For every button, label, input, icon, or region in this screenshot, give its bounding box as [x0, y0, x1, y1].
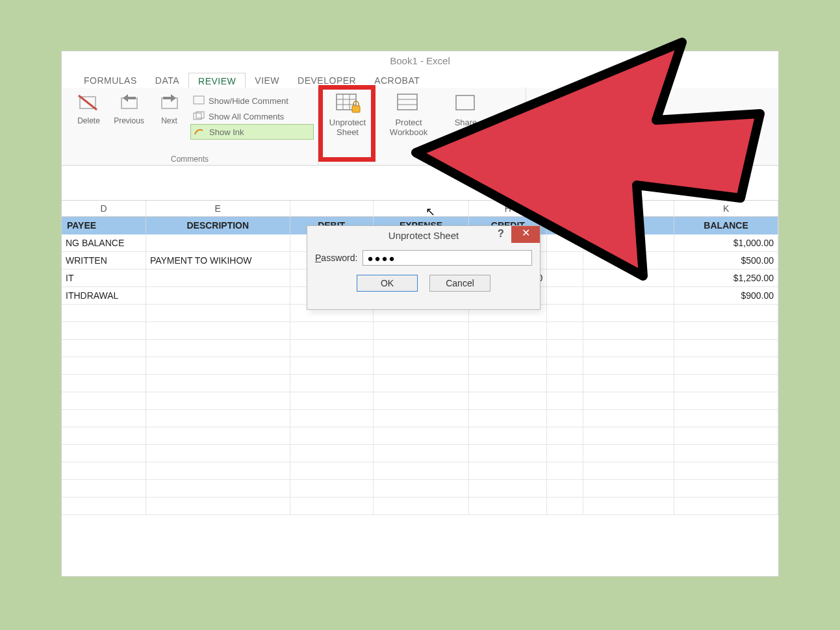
- svg-rect-13: [398, 94, 417, 110]
- ribbon-tabs: FORMULAS DATA REVIEW VIEW DEVELOPER ACRO…: [62, 69, 778, 88]
- svg-rect-3: [162, 98, 177, 108]
- protect-wb-l1: Protect: [395, 118, 422, 127]
- delete-comment-button[interactable]: Delete: [71, 93, 107, 125]
- group-protect: Unprotect Sheet Protect Workbook Share W: [318, 88, 526, 166]
- previous-comment-button[interactable]: Previous: [111, 93, 147, 125]
- workbook-icon: [395, 92, 422, 115]
- ink-icon: [194, 127, 205, 137]
- svg-rect-16: [456, 95, 474, 110]
- unprotect-sheet-dialog: ? ✕ Unprotect Sheet Password: OK Cancel: [307, 225, 541, 310]
- comment-icon: [193, 95, 205, 106]
- cell-balance[interactable]: $900.00: [674, 287, 778, 305]
- table-row[interactable]: [62, 462, 778, 480]
- cell-j[interactable]: [583, 252, 674, 270]
- table-row[interactable]: [62, 340, 778, 357]
- prev-icon: [118, 93, 141, 114]
- tab-formulas[interactable]: FORMULAS: [75, 73, 146, 88]
- title-bar: Book1 - Excel: [62, 51, 778, 69]
- cell-i[interactable]: [547, 270, 583, 287]
- delete-icon: [77, 93, 101, 114]
- cell-description[interactable]: [146, 287, 290, 305]
- tab-data[interactable]: DATA: [146, 73, 188, 88]
- cancel-button[interactable]: Cancel: [429, 275, 490, 292]
- table-row[interactable]: [62, 480, 778, 498]
- cell-i[interactable]: [547, 287, 583, 305]
- col-J[interactable]: [583, 201, 674, 216]
- group-comments: Delete Previous Next Show/Hide Comment S…: [62, 88, 318, 166]
- cell-payee[interactable]: WRITTEN: [62, 252, 146, 270]
- share-workbook-button[interactable]: Share W: [440, 92, 491, 137]
- protect-workbook-button[interactable]: Protect Workbook: [383, 92, 434, 137]
- col-K[interactable]: K: [674, 201, 778, 216]
- share-icon: [452, 92, 479, 115]
- formula-bar-area: [62, 166, 778, 201]
- hdr-balance: BALANCE: [674, 217, 778, 234]
- table-row[interactable]: [62, 392, 778, 410]
- ribbon: Delete Previous Next Show/Hide Comment S…: [62, 88, 778, 166]
- show-hide-label: Show/Hide Comment: [209, 96, 288, 106]
- table-row[interactable]: [62, 427, 778, 445]
- column-letters-row: D E H I K: [62, 201, 778, 217]
- protect-wb-l2: Workbook: [390, 127, 427, 137]
- unprotect-l2: Sheet: [337, 127, 359, 137]
- comments-group-label: Comments: [62, 155, 318, 164]
- col-E[interactable]: E: [146, 201, 290, 216]
- svg-line-1: [79, 95, 97, 110]
- table-row[interactable]: [62, 445, 778, 462]
- cell-balance[interactable]: $500.00: [674, 252, 778, 270]
- password-input[interactable]: [363, 250, 532, 266]
- table-row[interactable]: [62, 322, 778, 340]
- unprotect-sheet-button[interactable]: Unprotect Sheet: [322, 92, 373, 137]
- svg-rect-2: [121, 98, 137, 108]
- cell-i[interactable]: [547, 234, 583, 252]
- cell-j[interactable]: [583, 287, 674, 305]
- hdr-in: IN: [583, 217, 674, 234]
- cell-j[interactable]: [583, 270, 674, 287]
- previous-label: Previous: [114, 116, 144, 125]
- cell-payee[interactable]: NG BALANCE: [62, 234, 146, 252]
- col-F[interactable]: [290, 201, 374, 216]
- unprotect-l1: Unprotect: [329, 118, 366, 127]
- svg-rect-4: [194, 96, 204, 104]
- dialog-close-button[interactable]: ✕: [511, 226, 540, 243]
- table-row[interactable]: [62, 498, 778, 515]
- delete-label: Delete: [77, 116, 100, 125]
- cell-j[interactable]: [583, 234, 674, 252]
- password-label: Password:: [315, 253, 357, 263]
- show-hide-comment-button[interactable]: Show/Hide Comment: [190, 93, 314, 108]
- hdr-description: DESCRIPTION: [146, 217, 290, 234]
- cell-balance[interactable]: $1,250.00: [674, 270, 778, 287]
- cell-description[interactable]: [146, 270, 290, 287]
- svg-rect-12: [352, 106, 360, 112]
- next-label: Next: [161, 116, 177, 125]
- next-comment-button[interactable]: Next: [151, 93, 187, 125]
- col-H[interactable]: H: [469, 201, 547, 216]
- tab-view[interactable]: VIEW: [246, 73, 288, 88]
- show-all-comments-button[interactable]: Show All Comments: [190, 108, 314, 124]
- col-G[interactable]: [374, 201, 470, 216]
- table-row[interactable]: [62, 375, 778, 392]
- cell-payee[interactable]: IT: [62, 270, 146, 287]
- ok-button[interactable]: OK: [357, 275, 418, 292]
- hdr-blank: [547, 217, 583, 234]
- cell-description[interactable]: PAYMENT TO WIKIHOW: [146, 252, 290, 270]
- show-ink-button[interactable]: Show Ink: [190, 124, 314, 140]
- cell-i[interactable]: [547, 252, 583, 270]
- col-D[interactable]: D: [62, 201, 146, 216]
- hdr-payee: PAYEE: [62, 217, 146, 234]
- share-l1: Share: [455, 118, 477, 127]
- sheet-lock-icon: [334, 92, 361, 115]
- tab-review[interactable]: REVIEW: [188, 73, 246, 88]
- cell-description[interactable]: [146, 234, 290, 252]
- col-I[interactable]: I: [547, 201, 583, 216]
- cell-balance[interactable]: $1,000.00: [674, 234, 778, 252]
- show-ink-label: Show Ink: [209, 127, 244, 137]
- table-row[interactable]: [62, 357, 778, 375]
- show-all-label: Show All Comments: [209, 112, 284, 121]
- dialog-help-button[interactable]: ?: [490, 226, 511, 243]
- mouse-cursor-icon: ↖: [426, 205, 435, 219]
- cell-payee[interactable]: ITHDRAWAL: [62, 287, 146, 305]
- table-row[interactable]: [62, 410, 778, 427]
- share-l2: W: [462, 127, 470, 137]
- next-icon: [158, 93, 181, 114]
